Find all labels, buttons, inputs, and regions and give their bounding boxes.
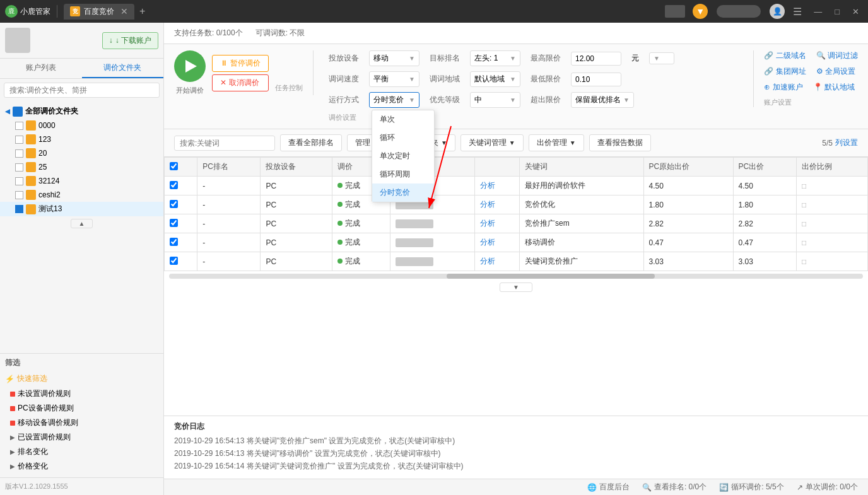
link-default-region[interactable]: 📍 默认地域 [813, 82, 855, 93]
scrollbar-thumb[interactable] [447, 274, 655, 279]
toolbar: 查看全部排名 管理 ▼ 调价文件夹 ▼ 关键词管理 ▼ 出价管理 ▼ [164, 129, 868, 157]
download-account-button[interactable]: ↓ ↓ 下载账户 [102, 32, 158, 49]
folder-0000[interactable]: 0000 [0, 119, 163, 132]
filter-no-rule[interactable]: 未设置调价规则 [5, 387, 158, 401]
dropdown-item-time-bid[interactable]: 分时竞价 [372, 183, 434, 202]
select-priority[interactable]: 中 ▼ [470, 92, 520, 108]
filter-mobile-rule[interactable]: 移动设备调价规则 [5, 416, 158, 430]
link-add-account[interactable]: ⊕ 加速账户 [764, 82, 802, 93]
row-checkbox-1[interactable] [165, 177, 197, 195]
folder-checkbox-ceshi2[interactable] [15, 191, 23, 199]
select-all-checkbox[interactable] [170, 162, 178, 170]
view-rank-button[interactable]: 🔍 查看排名: 0/0个 [642, 482, 707, 492]
row-analyze-2[interactable]: 分析 [474, 195, 519, 214]
menu-icon[interactable]: ☰ [790, 4, 805, 19]
row-analyze-5[interactable]: 分析 [474, 252, 519, 271]
filter-has-rule[interactable]: ▶ 已设置调价规则 [5, 430, 158, 445]
select-overlimit[interactable]: 保留最优排名 ▼ [571, 92, 634, 108]
select-adjustregion[interactable]: 默认地域 ▼ [470, 71, 520, 87]
logo-icon: 鹿 [5, 5, 18, 18]
start-button[interactable] [174, 50, 206, 82]
row-analyze-3[interactable]: 分析 [474, 214, 519, 233]
folder-ceshi2[interactable]: ceshi2 [0, 188, 163, 202]
account-settings-section: 🔗 二级域名 🔍 调词过滤 🔗 集团网址 ⚙ 全局设置 ⊕ 加速账户 📍 默认地… [753, 50, 858, 107]
link-global[interactable]: ⚙ 全局设置 [816, 66, 855, 77]
collapse-button[interactable]: ▲ [71, 219, 93, 228]
bid-manage-button[interactable]: 出价管理 ▼ [529, 134, 584, 151]
folder-checkbox-25[interactable] [15, 163, 23, 172]
row-bid-ratio-5: □ [796, 252, 867, 271]
pause-button[interactable]: ⏸ 暂停调价 [212, 55, 269, 72]
baidu-backend-link[interactable]: 🌐 百度后台 [587, 482, 630, 492]
scroll-hint[interactable] [164, 271, 868, 281]
keyword-manage-button[interactable]: 关键词管理 ▼ [460, 134, 524, 151]
filter-rank-change[interactable]: ▶ 排名变化 [5, 445, 158, 459]
main-tab[interactable]: 竞 百度竞价 ✕ [64, 4, 134, 20]
view-report-button[interactable]: 查看报告数据 [589, 134, 651, 151]
minimize-button[interactable]: — [810, 6, 826, 18]
folder-25[interactable]: 25 [0, 160, 163, 174]
link-filter[interactable]: 🔍 调词过滤 [816, 50, 858, 61]
maximize-button[interactable]: □ [831, 6, 843, 18]
caret-adjustspeed: ▼ [409, 76, 415, 83]
select-broadcast[interactable]: 移动 ▼ [369, 50, 419, 66]
select-targetrank[interactable]: 左头: 1 ▼ [470, 50, 520, 66]
filter-price-change[interactable]: ▶ 价格变化 [5, 459, 158, 474]
row-checkbox-2[interactable] [165, 195, 197, 214]
runmode-dropdown[interactable]: 单次 循环 单次定时 循环周期 分时竞价 [372, 110, 435, 202]
row-checkbox-4[interactable] [165, 233, 197, 252]
input-maxprice[interactable] [571, 52, 621, 66]
add-tab-button[interactable]: + [139, 6, 145, 17]
folder-checkbox-0000[interactable] [15, 122, 23, 130]
dropdown-item-loop-period[interactable]: 循环周期 [372, 165, 434, 183]
select-adjustspeed[interactable]: 平衡 ▼ [369, 71, 419, 87]
close-button[interactable]: ✕ [848, 6, 863, 18]
input-minprice[interactable] [571, 73, 621, 86]
column-settings-button[interactable]: 列设置 [835, 137, 858, 148]
folder-123[interactable]: 123 [0, 132, 163, 146]
tree-root-item[interactable]: ◀ 全部调价文件夹 [0, 104, 163, 119]
quick-filter-header[interactable]: ⚡ 快速筛选 [5, 373, 158, 384]
col-checkbox[interactable] [165, 158, 197, 177]
row-checkbox-5[interactable] [165, 252, 197, 271]
view-all-rank-button[interactable]: 查看全部排名 [280, 134, 342, 151]
cancel-button[interactable]: ✕ 取消调价 [212, 74, 269, 91]
folder-icon-0000 [26, 120, 36, 131]
tab-close-icon[interactable]: ✕ [120, 6, 128, 16]
folder-checkbox-test13[interactable] [15, 205, 23, 213]
row-analyze-4[interactable]: 分析 [474, 233, 519, 252]
dropdown-item-single[interactable]: 单次 [372, 110, 434, 129]
folder-checkbox-32124[interactable] [15, 177, 23, 185]
folder-20[interactable]: 20 [0, 146, 163, 160]
sidebar-search-input[interactable] [4, 83, 160, 98]
folder-test13[interactable]: 测试13 [0, 202, 163, 216]
expand-icon[interactable]: ▼ [500, 282, 532, 292]
dropdown-item-single-timer[interactable]: 单次定时 [372, 147, 434, 165]
link-group-site[interactable]: 🔗 集团网址 [764, 66, 806, 77]
tab-account-list[interactable]: 账户列表 [0, 59, 82, 78]
row-bid-ratio-1: □ [796, 177, 867, 195]
folder-checkbox-20[interactable] [15, 149, 23, 158]
filter-label-3: 移动设备调价规则 [18, 417, 78, 428]
select-maxprice-unit[interactable]: ▼ [649, 52, 674, 64]
select-runmode[interactable]: 分时竞价 ▼ [369, 92, 419, 108]
row-checkbox-3[interactable] [165, 214, 197, 233]
version-label: 版本V1.2.1029.1555 [0, 477, 163, 495]
tab-label: 百度竞价 [84, 6, 114, 17]
bid-manage-label: 出价管理 [537, 137, 567, 148]
table-row: - PC 完成 分析 移动调价 0.47 0.47 □ [165, 233, 868, 252]
row-analyze-1[interactable]: 分析 [474, 177, 519, 195]
folder-checkbox-123[interactable] [15, 136, 23, 144]
dropdown-item-loop[interactable]: 循环 [372, 129, 434, 147]
loop-adjust-label: 循环调价: 5/5个 [731, 482, 783, 492]
row-bid-ratio-3: □ [796, 214, 867, 233]
table-expand-button[interactable]: ▼ [164, 281, 868, 293]
link-second-domain[interactable]: 🔗 二级域名 [764, 50, 806, 61]
single-adjust-button[interactable]: ↗ 单次调价: 0/0个 [797, 482, 858, 492]
filter-pc-rule[interactable]: PC设备调价规则 [5, 401, 158, 416]
folder-32124[interactable]: 32124 [0, 174, 163, 188]
loop-adjust-button[interactable]: 🔄 循环调价: 5/5个 [719, 482, 783, 492]
keyword-search-input[interactable] [174, 136, 275, 151]
tab-adjust-folder[interactable]: 调价文件夹 [82, 59, 164, 78]
val-runmode: 分时竞价 [373, 95, 404, 105]
